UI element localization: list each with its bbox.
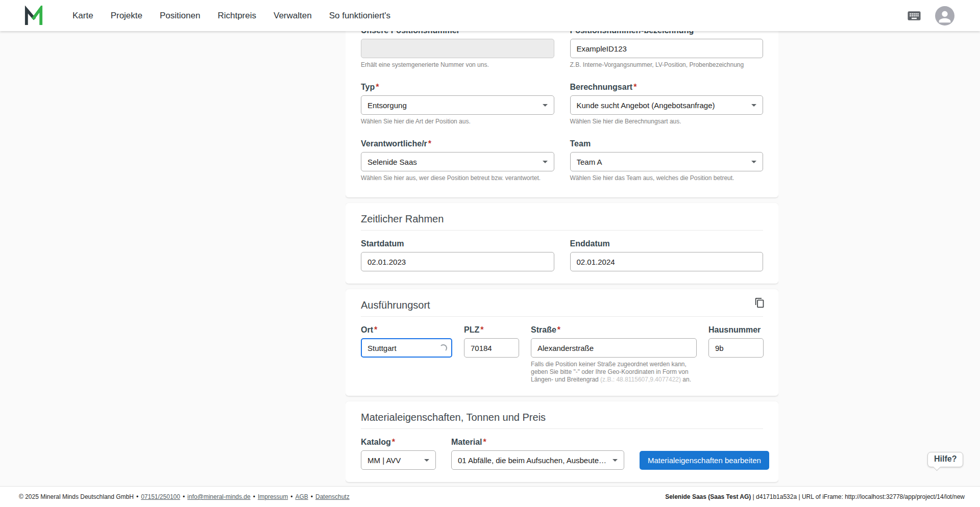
material-select[interactable]: 01 Abfälle, die beim Aufsuchen, Ausbeute… xyxy=(451,450,624,470)
chevron-down-icon xyxy=(751,161,756,163)
person-icon xyxy=(936,8,953,26)
material-label: Material* xyxy=(451,437,624,447)
katalog-select[interactable]: MM | AVV xyxy=(361,450,436,470)
card-title-zeitlicher-rahmen: Zeitlicher Rahmen xyxy=(361,213,763,225)
positionsnummer-helper: Z.B. Interne-Vorgangsnummer, LV-Position… xyxy=(570,61,764,69)
top-navigation-bar: Karte Projekte Positionen Richtpreis Ver… xyxy=(0,0,980,31)
user-avatar[interactable] xyxy=(935,6,954,26)
agb-link[interactable]: AGB xyxy=(295,493,308,500)
nav-item-projekte[interactable]: Projekte xyxy=(111,11,142,21)
berechnungsart-select[interactable]: Kunde sucht Angebot (Angebotsanfrage) xyxy=(570,95,764,115)
divider xyxy=(361,230,763,231)
required-asterisk: * xyxy=(392,438,395,446)
team-helper: Wählen Sie hier das Team aus, welches di… xyxy=(570,174,764,182)
main-nav: Karte Projekte Positionen Richtpreis Ver… xyxy=(72,11,390,21)
plz-input[interactable] xyxy=(464,338,519,358)
field-typ: Typ* Entsorgung Wählen Sie hier die Art … xyxy=(361,82,554,125)
chevron-down-icon xyxy=(543,161,548,163)
verantwortliche-label: Verantwortliche/r* xyxy=(361,139,554,149)
enddatum-input[interactable] xyxy=(570,252,764,271)
chevron-down-icon xyxy=(751,104,756,107)
zeitlicher-rahmen-card: Zeitlicher Rahmen Startdatum Enddatum xyxy=(346,203,778,284)
card-title-ausfuehrungsort: Ausführungsort xyxy=(361,299,763,311)
chevron-down-icon xyxy=(543,104,548,107)
unsere-positionsnummer-helper: Erhält eine systemgenerierte Nummer von … xyxy=(361,61,554,69)
unsere-positionsnummer-input xyxy=(361,39,554,58)
divider xyxy=(361,316,763,317)
footer-bar: © 2025 Mineral Minds Deutschland GmbH•07… xyxy=(0,486,980,507)
form-content-area: Unsere Positionsnummer Erhält eine syste… xyxy=(346,31,778,486)
position-basisdaten-card: Unsere Positionsnummer Erhält eine syste… xyxy=(346,31,778,197)
strasse-input[interactable] xyxy=(531,338,697,358)
email-link[interactable]: info@mineral-minds.de xyxy=(187,493,251,500)
nav-item-positionen[interactable]: Positionen xyxy=(160,11,200,21)
field-ort: Ort* Stuttgart xyxy=(361,325,452,384)
strasse-helper: Falls die Position keiner Straße zugeord… xyxy=(531,361,697,384)
ort-input[interactable]: Stuttgart xyxy=(361,338,452,358)
datenschutz-link[interactable]: Datenschutz xyxy=(315,493,350,500)
phone-link[interactable]: 07151/250100 xyxy=(141,493,180,500)
card-title-material: Materialeigenschaften, Tonnen und Preis xyxy=(361,412,763,423)
required-asterisk: * xyxy=(428,139,431,148)
hausnummer-input[interactable] xyxy=(708,338,764,358)
berechnungsart-label: Berechnungsart* xyxy=(570,82,764,92)
field-positionsnummer: Positionsnummer/-bezeichnung Z.B. Intern… xyxy=(570,31,764,69)
field-startdatum: Startdatum xyxy=(361,239,554,271)
verantwortliche-select[interactable]: Selenide Saas xyxy=(361,152,554,171)
impressum-link[interactable]: Impressum xyxy=(258,493,288,500)
field-hausnummer: Hausnummer xyxy=(708,325,764,384)
help-button[interactable]: Hilfe? xyxy=(927,452,963,467)
material-card: Materialeigenschaften, Tonnen und Preis … xyxy=(346,401,778,482)
nav-item-karte[interactable]: Karte xyxy=(72,11,93,21)
divider xyxy=(361,428,763,429)
typ-select[interactable]: Entsorgung xyxy=(361,95,554,115)
topbar-right xyxy=(905,6,954,26)
field-berechnungsart: Berechnungsart* Kunde sucht Angebot (Ang… xyxy=(570,82,764,125)
verantwortliche-helper: Wählen Sie hier aus, wer diese Position … xyxy=(361,174,554,182)
unsere-positionsnummer-label: Unsere Positionsnummer xyxy=(361,31,554,36)
footer-right: Selenide Saas (Saas Test AG) | d4171b1a5… xyxy=(665,493,965,500)
nav-item-verwalten[interactable]: Verwalten xyxy=(274,11,312,21)
field-material: Material* 01 Abfälle, die beim Aufsuchen… xyxy=(451,437,624,470)
required-asterisk: * xyxy=(483,438,486,446)
copyright-text: © 2025 Mineral Minds Deutschland GmbH xyxy=(19,493,134,500)
field-unsere-positionsnummer: Unsere Positionsnummer Erhält eine syste… xyxy=(361,31,554,69)
field-verantwortliche: Verantwortliche/r* Selenide Saas Wählen … xyxy=(361,139,554,182)
ort-label: Ort* xyxy=(361,325,452,335)
nav-item-richtpreis[interactable]: Richtpreis xyxy=(217,11,256,21)
field-team: Team Team A Wählen Sie hier das Team aus… xyxy=(570,139,764,182)
field-plz: PLZ* xyxy=(464,325,519,384)
required-asterisk: * xyxy=(633,83,636,91)
field-strasse: Straße* Falls die Position keiner Straße… xyxy=(531,325,697,384)
team-select[interactable]: Team A xyxy=(570,152,764,171)
typ-helper: Wählen Sie hier die Art der Position aus… xyxy=(361,118,554,125)
mineral-minds-logo[interactable] xyxy=(23,5,44,27)
hausnummer-label: Hausnummer xyxy=(708,325,764,335)
required-asterisk: * xyxy=(480,325,483,334)
startdatum-input[interactable] xyxy=(361,252,554,271)
typ-label: Typ* xyxy=(361,82,554,92)
positionsnummer-label: Positionsnummer/-bezeichnung xyxy=(570,31,764,36)
keyboard-icon[interactable] xyxy=(905,7,923,24)
logo-icon xyxy=(23,6,44,26)
footer-user-info: Selenide Saas (Saas Test AG) xyxy=(665,493,751,500)
footer-left: © 2025 Mineral Minds Deutschland GmbH•07… xyxy=(19,493,350,500)
footer-session-info: | d4171b1a532a | URL of iFrame: http://l… xyxy=(751,493,965,500)
required-asterisk: * xyxy=(557,325,560,334)
chevron-down-icon xyxy=(612,459,618,462)
enddatum-label: Enddatum xyxy=(570,239,764,249)
chevron-down-icon xyxy=(424,459,429,462)
startdatum-label: Startdatum xyxy=(361,239,554,249)
nav-item-so-funktionierts[interactable]: So funktioniert's xyxy=(329,11,390,21)
copy-icon[interactable] xyxy=(754,297,765,308)
field-katalog: Katalog* MM | AVV xyxy=(361,437,436,470)
strasse-label: Straße* xyxy=(531,325,697,335)
field-enddatum: Enddatum xyxy=(570,239,764,271)
required-asterisk: * xyxy=(376,83,379,91)
team-label: Team xyxy=(570,139,764,149)
loading-spinner-icon xyxy=(439,344,447,352)
required-asterisk: * xyxy=(374,325,377,334)
materialeigenschaften-bearbeiten-button[interactable]: Materialeigenschaften bearbeiten xyxy=(640,451,769,470)
positionsnummer-input[interactable] xyxy=(570,39,764,58)
berechnungsart-helper: Wählen Sie hier die Berechnungsart aus. xyxy=(570,118,764,125)
